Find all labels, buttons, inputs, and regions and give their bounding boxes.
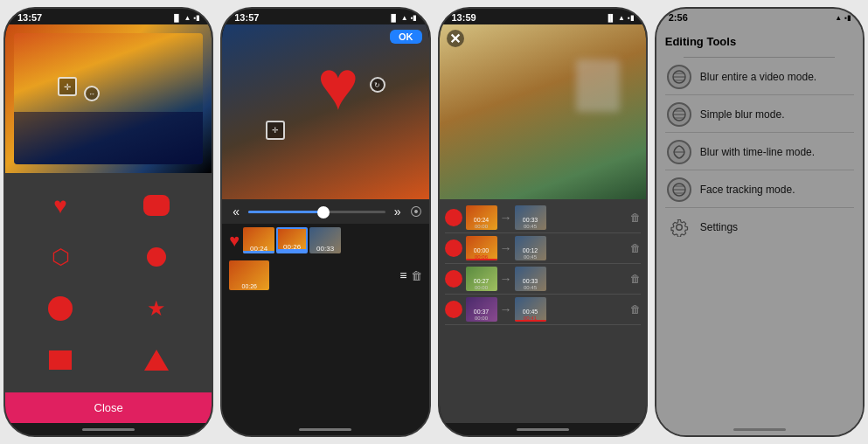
clip-time-3: 00:33 xyxy=(309,245,341,253)
home-indicator-1 xyxy=(5,423,212,435)
et-label-face-tracking: Face tracking mode. xyxy=(700,184,795,196)
video-area-2: ♥ OK ✛ ↻ xyxy=(222,24,428,199)
trash-icon-tl4[interactable]: 🗑 xyxy=(630,303,641,316)
shape-square[interactable] xyxy=(49,350,72,370)
close-button[interactable]: Close xyxy=(5,392,212,423)
shape-heart[interactable]: ♥ xyxy=(53,192,66,219)
et-item-simple-blur[interactable]: Simple blur mode. xyxy=(665,97,854,133)
time-2: 13:57 xyxy=(234,12,259,23)
video-thumb-2: ♥ OK ✛ ↻ xyxy=(222,24,428,199)
big-clip-thumb[interactable]: 00:26 xyxy=(229,260,269,290)
et-label-blur-entire: Blur entire a video mode. xyxy=(700,71,816,83)
eq-icon[interactable]: ≡ xyxy=(399,268,406,282)
shape-hexagon[interactable]: ⬡ xyxy=(52,245,70,269)
wifi-icon-4: ▲ xyxy=(835,14,842,22)
shape-star[interactable]: ★ xyxy=(147,296,166,321)
blur-entire-icon xyxy=(667,65,691,89)
status-icons-1: ▐▌ ▲ ▪▮ xyxy=(171,14,199,22)
et-label-settings: Settings xyxy=(700,221,738,233)
editing-tools-title: Editing Tools xyxy=(665,31,854,55)
tl-redbar-4 xyxy=(515,320,546,322)
timeline-filled xyxy=(248,211,323,213)
tl-circle-1 xyxy=(445,209,462,226)
settings-gear-icon xyxy=(667,215,691,239)
timeline-slider[interactable] xyxy=(248,211,385,213)
signal-icon: ▐▌ xyxy=(171,14,181,22)
phone-screen-2: 13:57 ▐▌ ▲ ▪▮ ♥ OK ✛ ↻ « » ⦿ ♥ 00:24 00 xyxy=(220,7,430,437)
signal-icon-3: ▐▌ xyxy=(606,14,615,22)
tl-time-s4: 00:3700:00 xyxy=(466,309,497,321)
shape-rounded-rect[interactable] xyxy=(143,195,170,216)
home-bar-4 xyxy=(733,428,786,431)
big-clip-controls: ≡ 🗑 xyxy=(273,268,421,282)
heart-overlay: ♥ xyxy=(317,51,359,121)
tl-thumb-end-2[interactable]: 00:1200:45 xyxy=(515,236,546,260)
shape-triangle[interactable] xyxy=(144,350,169,371)
video-thumb-3: ✕ xyxy=(440,24,646,199)
tl-thumb-start-4[interactable]: 00:3700:00 xyxy=(466,297,497,322)
move-handle-2[interactable]: ✛ xyxy=(266,121,285,140)
tl-arrow-2: → xyxy=(500,241,512,255)
shape-small-circle[interactable] xyxy=(147,247,166,267)
shape-large-circle[interactable] xyxy=(48,296,73,321)
et-item-settings[interactable]: Settings xyxy=(665,210,854,245)
tl-thumb-pair-1: 00:2400:00 → 00:3300:45 xyxy=(466,205,627,230)
rewind-button[interactable]: « xyxy=(229,205,243,219)
phone-screen-3: 13:59 ▐▌ ▲ ▪▮ ✕ 00:2400:00 → 00:3300:45 xyxy=(438,7,648,437)
home-bar-3 xyxy=(517,428,569,431)
time-4: 2:56 xyxy=(669,12,688,23)
signal-icon-2: ▐▌ xyxy=(388,14,398,22)
face-tracking-icon xyxy=(667,177,691,202)
home-bar-2 xyxy=(299,428,351,431)
editing-tools-panel: Editing Tools Blur entire a video mode. xyxy=(656,24,863,423)
time-3: 13:59 xyxy=(452,12,476,23)
timeline-controls: « » ⦿ xyxy=(222,199,428,224)
timeline-blur-icon xyxy=(667,140,691,164)
status-bar-2: 13:57 ▐▌ ▲ ▪▮ xyxy=(222,9,428,24)
tl-thumb-end-4[interactable]: 00:4500:41 xyxy=(515,297,546,322)
et-item-face-tracking[interactable]: Face tracking mode. xyxy=(665,172,854,208)
timeline-row-1: 00:2400:00 → 00:3300:45 🗑 xyxy=(445,203,641,233)
tl-redbar-2 xyxy=(466,259,497,260)
battery-icon-3: ▪▮ xyxy=(628,14,634,22)
phone-screen-1: 13:57 ▐▌ ▲ ▪▮ ✛ ↔ ♥ ⬡ ★ xyxy=(3,7,213,437)
clip-thumb-3[interactable]: 00:33 xyxy=(309,227,341,253)
trash-icon-tl3[interactable]: 🗑 xyxy=(630,273,641,285)
tl-thumb-start-1[interactable]: 00:2400:00 xyxy=(466,205,497,230)
tl-thumb-end-1[interactable]: 00:3300:45 xyxy=(515,205,546,230)
tl-time-s3: 00:2700:00 xyxy=(466,278,497,290)
blur-overlay xyxy=(576,59,620,112)
et-item-timeline-blur[interactable]: Blur with time-line mode. xyxy=(665,135,854,170)
big-clip-time: 00:26 xyxy=(229,283,269,289)
tl-thumb-start-2[interactable]: 00:0000:06 xyxy=(466,236,497,260)
tl-time-s2: 00:0000:06 xyxy=(466,247,497,260)
et-label-simple-blur: Simple blur mode. xyxy=(700,108,785,121)
phone-screen-4: 2:56 ▲ ▪▮ Editing Tools Blur entire a vi… xyxy=(655,7,865,437)
battery-icon-2: ▪▮ xyxy=(411,14,417,22)
adjust-icon[interactable]: ⦿ xyxy=(410,205,422,219)
tl-time-e3: 00:3300:45 xyxy=(515,278,546,290)
trash-icon-2[interactable]: 🗑 xyxy=(411,269,422,282)
forward-button[interactable]: » xyxy=(391,205,405,219)
tl-circle-4 xyxy=(445,301,462,318)
et-item-blur-entire[interactable]: Blur entire a video mode. xyxy=(665,59,854,95)
clip-thumb-1[interactable]: 00:24 xyxy=(243,227,274,253)
tl-thumb-pair-4: 00:3700:00 → 00:4500:41 xyxy=(466,297,627,322)
tl-thumb-start-3[interactable]: 00:2700:00 xyxy=(466,267,497,291)
trash-icon-tl1[interactable]: 🗑 xyxy=(630,212,641,224)
timeline-knob[interactable] xyxy=(317,206,330,219)
scale-handle-1[interactable]: ↔ xyxy=(84,86,100,101)
tl-thumb-end-3[interactable]: 00:3300:45 xyxy=(515,267,546,291)
clip-thumb-2[interactable]: 00:26 xyxy=(276,227,308,253)
close-x-button[interactable]: ✕ xyxy=(447,30,464,47)
ok-button[interactable]: OK xyxy=(390,30,422,44)
trash-icon-tl2[interactable]: 🗑 xyxy=(630,242,641,254)
home-indicator-3 xyxy=(440,423,646,435)
scale-handle-2[interactable]: ↻ xyxy=(370,77,385,93)
clip-heart-button[interactable]: ♥ xyxy=(229,231,240,251)
clip-time-1: 00:24 xyxy=(243,245,274,253)
video-area-3: ✕ xyxy=(440,24,646,199)
battery-icon-4: ▪▮ xyxy=(844,14,851,22)
move-handle-1[interactable]: ✛ xyxy=(58,77,77,96)
status-bar-1: 13:57 ▐▌ ▲ ▪▮ xyxy=(5,9,212,24)
